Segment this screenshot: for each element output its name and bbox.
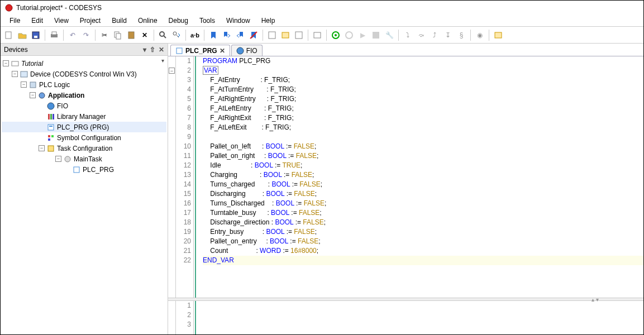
new-button[interactable] xyxy=(3,29,15,41)
svg-rect-35 xyxy=(48,146,54,151)
build-button[interactable] xyxy=(266,29,278,41)
tab-plc-prg[interactable]: PLC_PRG ✕ xyxy=(170,45,230,56)
svg-rect-3 xyxy=(34,36,37,38)
tab-close-icon[interactable]: ✕ xyxy=(220,47,225,55)
window-title: Tutorial.project* - CODESYS xyxy=(16,4,102,12)
tab-fio[interactable]: FIO xyxy=(231,45,263,56)
menu-help[interactable]: Help xyxy=(257,16,280,26)
generate-button[interactable] xyxy=(279,29,292,41)
start-button[interactable]: ▶ xyxy=(356,29,369,41)
breakpoint-button[interactable]: ◉ xyxy=(474,29,486,41)
step-into-button[interactable]: ⤵ xyxy=(402,29,414,41)
clean-button[interactable] xyxy=(293,29,305,41)
find-button[interactable] xyxy=(157,29,169,41)
expander-icon[interactable]: − xyxy=(30,92,36,98)
cut-button[interactable]: ✂ xyxy=(98,29,111,41)
bookmark-prev-button[interactable] xyxy=(234,29,246,41)
tree-fio[interactable]: FIO xyxy=(57,102,68,110)
menu-online[interactable]: Online xyxy=(133,16,162,26)
svg-rect-32 xyxy=(48,135,50,137)
globe-icon xyxy=(236,47,244,55)
bookmark-clear-button[interactable] xyxy=(247,29,260,41)
svg-rect-20 xyxy=(373,32,379,39)
svg-rect-5 xyxy=(52,32,56,35)
menu-edit[interactable]: Edit xyxy=(27,16,47,26)
expander-icon[interactable]: − xyxy=(39,145,45,151)
step-over-button[interactable]: ⤼ xyxy=(415,29,427,41)
copy-button[interactable] xyxy=(112,29,124,41)
login-button[interactable] xyxy=(330,29,342,41)
tree-plc-logic[interactable]: PLC Logic xyxy=(39,81,70,89)
tab-label: PLC_PRG xyxy=(185,47,217,55)
symbol-config-icon xyxy=(46,133,55,142)
devices-panel: Devices ▾ ⇧ ✕ ▾ −Tutorial −Device (CODES… xyxy=(1,44,168,334)
panel-dropdown-icon[interactable]: ▾ xyxy=(142,46,147,54)
svg-rect-28 xyxy=(50,114,52,119)
paste-button[interactable] xyxy=(125,29,137,41)
editor-area: PLC_PRG ✕ FIO − 123456789101112131415161… xyxy=(168,44,643,334)
print-button[interactable] xyxy=(48,29,60,41)
project-icon xyxy=(11,59,20,68)
expander-icon[interactable]: − xyxy=(21,82,27,88)
implementation-editor[interactable]: 123 xyxy=(168,301,643,334)
run-to-cursor-button[interactable]: ↧ xyxy=(442,29,454,41)
menu-build[interactable]: Build xyxy=(107,16,131,26)
set-next-button[interactable]: § xyxy=(455,29,468,41)
svg-rect-15 xyxy=(295,32,302,39)
tree-root[interactable]: Tutorial xyxy=(21,60,43,68)
tree-task-config[interactable]: Task Configuration xyxy=(57,145,112,152)
svg-point-26 xyxy=(47,103,54,109)
single-cycle-button[interactable]: 🔧 xyxy=(383,29,395,41)
open-button[interactable] xyxy=(16,29,28,41)
expander-icon[interactable]: − xyxy=(12,71,18,77)
menu-project[interactable]: Project xyxy=(75,16,105,26)
expander-icon[interactable]: − xyxy=(3,60,9,66)
tree-application[interactable]: Application xyxy=(48,92,84,99)
svg-rect-34 xyxy=(48,138,50,141)
step-out-button[interactable]: ⤴ xyxy=(428,29,441,41)
app-icon xyxy=(5,4,13,12)
fold-icon[interactable]: − xyxy=(169,68,175,74)
application-icon xyxy=(37,91,46,100)
logout-button[interactable] xyxy=(343,29,355,41)
tree-library-manager[interactable]: Library Manager xyxy=(57,113,106,121)
declaration-editor[interactable]: − 12345678910111213141516171819202122 PR… xyxy=(168,56,643,298)
panel-pin-icon[interactable]: ⇧ xyxy=(149,46,156,54)
debug-button[interactable] xyxy=(311,29,323,41)
save-button[interactable] xyxy=(30,29,42,41)
fold-column[interactable]: − xyxy=(168,56,176,298)
options-button[interactable] xyxy=(492,29,504,41)
svg-point-9 xyxy=(160,32,164,36)
svg-point-36 xyxy=(65,156,70,162)
svg-rect-22 xyxy=(12,61,18,66)
expander-icon[interactable]: − xyxy=(55,156,61,162)
menu-tools[interactable]: Tools xyxy=(195,16,220,26)
svg-rect-23 xyxy=(21,71,27,77)
menu-view[interactable]: View xyxy=(50,16,73,26)
tree-options-icon[interactable]: ▾ xyxy=(161,58,164,64)
svg-rect-8 xyxy=(128,32,134,39)
tree-maintask[interactable]: MainTask xyxy=(74,155,102,163)
tree-device[interactable]: Device (CODESYS Control Win V3) xyxy=(30,70,137,78)
code-text[interactable]: PROGRAM PLC_PRG VAR F_AtEntry : F_TRIG; … xyxy=(196,56,643,298)
find-next-button[interactable] xyxy=(170,29,183,41)
device-tree[interactable]: ▾ −Tutorial −Device (CODESYS Control Win… xyxy=(1,56,168,334)
delete-button[interactable]: ✕ xyxy=(139,29,151,41)
device-icon xyxy=(20,70,28,79)
redo-button[interactable]: ↷ xyxy=(80,29,92,41)
titlebar: Tutorial.project* - CODESYS xyxy=(1,1,643,15)
svg-rect-37 xyxy=(74,167,79,173)
bookmark-next-button[interactable] xyxy=(221,29,233,41)
tree-symbol-config[interactable]: Symbol Configuration xyxy=(57,134,121,142)
tree-plc-prg[interactable]: PLC_PRG (PRG) xyxy=(57,123,109,131)
tree-task-plc-prg[interactable]: PLC_PRG xyxy=(83,166,114,174)
stop-button[interactable] xyxy=(370,29,382,41)
menu-debug[interactable]: Debug xyxy=(164,16,193,26)
menu-window[interactable]: Window xyxy=(222,16,255,26)
panel-close-icon[interactable]: ✕ xyxy=(158,46,165,54)
svg-rect-7 xyxy=(116,34,121,39)
replace-button[interactable]: a·b xyxy=(189,29,201,41)
bookmark-toggle-button[interactable] xyxy=(207,29,220,41)
menu-file[interactable]: File xyxy=(5,16,25,26)
undo-button[interactable]: ↶ xyxy=(66,29,79,41)
